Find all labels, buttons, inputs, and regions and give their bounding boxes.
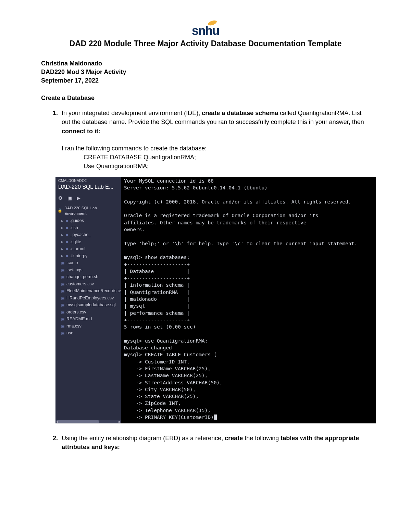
- tree-file[interactable]: ▣change_perm.sh: [58, 274, 121, 281]
- tree-file[interactable]: ▣README.md: [58, 316, 121, 323]
- tree-file[interactable]: ▣customers.csv: [58, 281, 121, 288]
- tree-file[interactable]: ▣HRandPeEmployees.csv: [58, 295, 121, 302]
- document-page: snhu DAD 220 Module Three Major Activity…: [0, 0, 411, 485]
- file-icon: ▣: [61, 331, 64, 336]
- tree-file[interactable]: ▣.settings: [58, 267, 121, 274]
- question-2: Using the entity relationship diagram (E…: [60, 434, 370, 451]
- tree-folder[interactable]: ▶■.ssh: [58, 224, 121, 232]
- file-icon: ▣: [61, 268, 64, 273]
- sidebar-env-row[interactable]: 🔒 DAD 220 SQL Lab Environment: [55, 205, 121, 217]
- page-title: DAD 220 Module Three Major Activity Data…: [41, 39, 370, 48]
- folder-icon: ■: [66, 253, 68, 259]
- tree-file[interactable]: ▣FleetMaintenanceRecords.cs: [58, 288, 121, 295]
- tree-file[interactable]: ▣.codio: [58, 260, 121, 267]
- tree-file[interactable]: ▣rma.csv: [58, 323, 121, 330]
- logo: snhu: [41, 21, 370, 36]
- tree-folder[interactable]: ▶■.staruml: [58, 246, 121, 253]
- folder-icon: ■: [66, 218, 68, 223]
- file-icon: ▣: [61, 274, 64, 280]
- logo-text: snhu: [192, 24, 219, 38]
- folder-icon: ■: [66, 239, 68, 245]
- author-meta: Christina Maldonado DAD220 Mod 3 Major A…: [41, 60, 370, 84]
- tree-file[interactable]: ▣orders.csv: [58, 309, 121, 316]
- ide-sidebar: CMALDONADO2 DAD-220 SQL Lab E... ⚙ ▣ ▶ 🔒…: [55, 177, 121, 423]
- scroll-right-icon[interactable]: ▶: [119, 420, 121, 424]
- tree-folder[interactable]: ▶■_pycache_: [58, 232, 121, 239]
- author-name: Christina Maldonado: [41, 60, 370, 67]
- terminal-output: Your MySQL connection id is 68 Server ve…: [124, 178, 357, 420]
- sidebar-toolbar: ⚙ ▣ ▶: [55, 194, 121, 205]
- date-line: September 17, 2022: [41, 77, 370, 84]
- file-icon: ▣: [61, 288, 64, 294]
- tree-folder[interactable]: ▶■.guides: [58, 218, 121, 225]
- sidebar-scrollbar[interactable]: ◀ ▶: [55, 420, 121, 423]
- sql-command-1: CREATE DATABASE QuantigrationRMA;: [84, 153, 370, 162]
- answer-intro: I ran the following commands to create t…: [62, 144, 370, 153]
- file-icon: ▣: [61, 260, 64, 265]
- file-icon: ▣: [61, 282, 64, 287]
- question-1: In your integrated development environme…: [60, 109, 370, 423]
- sql-command-2: Use QuantigrationRMA;: [84, 162, 370, 171]
- course-line: DAD220 Mod 3 Major Activity: [41, 69, 370, 76]
- file-icon: ▣: [61, 324, 64, 329]
- folder-icon: ■: [66, 225, 68, 231]
- terminal-pane[interactable]: Your MySQL connection id is 68 Server ve…: [121, 177, 376, 423]
- tree-file[interactable]: ▣use: [58, 330, 121, 337]
- lock-icon: 🔒: [58, 208, 62, 213]
- play-icon[interactable]: ▶: [77, 195, 80, 202]
- file-icon: ▣: [61, 296, 64, 301]
- tree-file[interactable]: ▣mysqlsampledatabase.sql: [58, 302, 121, 309]
- file-tree: ▶■.guides ▶■.ssh ▶■_pycache_ ▶■.sqlite ▶…: [55, 218, 121, 424]
- sidebar-username: CMALDONADO2: [55, 177, 121, 183]
- tree-folder[interactable]: ▶■.tkinterpy: [58, 252, 121, 260]
- file-icon: ▣: [61, 310, 64, 315]
- tree-folder[interactable]: ▶■.sqlite: [58, 238, 121, 246]
- scroll-left-icon[interactable]: ◀: [56, 420, 58, 424]
- scroll-thumb[interactable]: [57, 420, 99, 423]
- terminal-cursor: [214, 415, 217, 420]
- folder-icon: ■: [66, 232, 68, 237]
- folder-icon: ■: [66, 246, 68, 251]
- file-icon: ▣: [61, 317, 64, 322]
- section-heading: Create a Database: [41, 95, 370, 102]
- sidebar-env-label: DAD 220 SQL Lab Environment: [64, 205, 119, 216]
- file-icon: ▣: [61, 302, 64, 308]
- question-list: In your integrated development environme…: [41, 109, 370, 451]
- gear-icon[interactable]: ⚙: [58, 195, 63, 202]
- sidebar-project-title: DAD-220 SQL Lab E...: [55, 183, 121, 194]
- ide-screenshot: CMALDONADO2 DAD-220 SQL Lab E... ⚙ ▣ ▶ 🔒…: [55, 177, 376, 423]
- stop-icon[interactable]: ▣: [67, 195, 72, 202]
